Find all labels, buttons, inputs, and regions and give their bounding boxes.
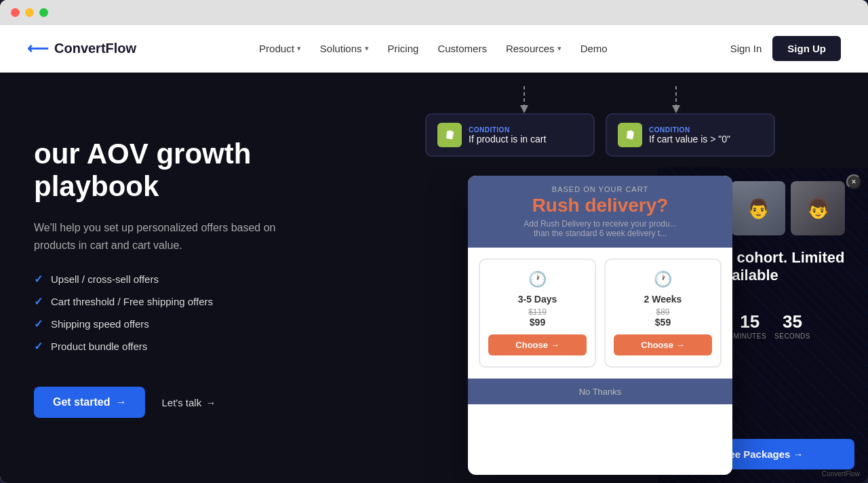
feature-item-1: ✓ Upsell / cross-sell offers [34, 273, 298, 286]
convertflow-brand-label: ConvertFlow [822, 470, 860, 478]
app-window: ⟵ ConvertFlow Product ▾ Solutions ▾ Pric… [0, 0, 868, 483]
feature-item-3: ✓ Shipping speed offers [34, 317, 298, 330]
check-icon: ✓ [34, 295, 43, 308]
logo[interactable]: ⟵ ConvertFlow [27, 40, 136, 58]
preview-card-header: BASED ON YOUR CART Rush delivery? Add Ru… [468, 176, 732, 248]
logo-text: ConvertFlow [54, 41, 136, 56]
preview-card: BASED ON YOUR CART Rush delivery? Add Ru… [468, 176, 732, 475]
option-card-2: 🕐 2 Weeks $89 $59 Choose → [604, 258, 722, 368]
countdown-minutes: 15 MINUTES [734, 311, 767, 340]
close-button[interactable]: × [846, 174, 861, 189]
avatar-2: 👨 [731, 181, 785, 235]
shopify-icon-1 [437, 123, 462, 147]
condition-box-1: CONDITION If product is in cart [425, 113, 595, 157]
clock-icon: 🕐 [488, 271, 587, 288]
nav-item-solutions[interactable]: Solutions ▾ [320, 43, 369, 54]
clock-icon: 🕐 [614, 271, 712, 288]
rush-delivery-subtitle: Add Rush Delivery to receive your produ.… [481, 219, 719, 238]
nav-item-pricing[interactable]: Pricing [388, 43, 419, 54]
right-panel: CONDITION If product is in cart CONDITIO… [332, 73, 868, 483]
arrow-right-icon: → [205, 397, 216, 408]
shopify-icon-2 [618, 123, 642, 147]
preview-footer: No Thanks [468, 379, 732, 404]
nav-auth: Sign In Sign Up [730, 36, 841, 61]
svg-marker-1 [520, 105, 528, 113]
arrow-down-right [608, 86, 744, 113]
condition-box-2: CONDITION If cart value is > "0" [606, 113, 775, 157]
close-traffic-light[interactable] [11, 8, 20, 17]
logo-icon: ⟵ [27, 40, 49, 58]
choose-button-2[interactable]: Choose → [614, 334, 712, 355]
window-chrome [0, 0, 868, 25]
cta-row: Get started → Let's talk → [34, 387, 298, 418]
navbar: ⟵ ConvertFlow Product ▾ Solutions ▾ Pric… [0, 25, 868, 73]
svg-marker-3 [672, 105, 680, 113]
condition-text-2: CONDITION If cart value is > "0" [649, 126, 730, 144]
nav-item-customers[interactable]: Customers [437, 43, 487, 54]
avatar-3: 👦 [791, 181, 845, 235]
rush-delivery-title: Rush delivery? [481, 195, 719, 216]
option-card-1: 🕐 3-5 Days $119 $99 Choose → [479, 258, 596, 368]
check-icon: ✓ [34, 317, 43, 330]
lets-talk-button[interactable]: Let's talk → [161, 397, 216, 408]
arrow-right-icon: → [115, 396, 126, 408]
hero-subtitle: We'll help you set up personalized offer… [34, 219, 298, 254]
chevron-down-icon: ▾ [365, 44, 369, 53]
choose-button-1[interactable]: Choose → [488, 334, 587, 355]
maximize-traffic-light[interactable] [39, 8, 48, 17]
nav-item-product[interactable]: Product ▾ [259, 43, 301, 54]
based-on-label: BASED ON YOUR CART [481, 185, 719, 193]
conditions-row: CONDITION If product is in cart CONDITIO… [425, 113, 775, 157]
get-started-button[interactable]: Get started → [34, 387, 145, 418]
chevron-down-icon: ▾ [297, 44, 301, 53]
minimize-traffic-light[interactable] [25, 8, 34, 17]
countdown-seconds: 35 SECONDS [774, 311, 810, 340]
hero-title: our AOV growth playbook [34, 138, 298, 204]
check-icon: ✓ [34, 340, 43, 353]
arrow-down-left [456, 86, 592, 113]
nav-links: Product ▾ Solutions ▾ Pricing Customers … [259, 43, 608, 54]
arrows-row [346, 86, 854, 113]
nav-item-resources[interactable]: Resources ▾ [506, 43, 561, 54]
main-content: our AOV growth playbook We'll help you s… [0, 73, 868, 483]
no-thanks-link[interactable]: No Thanks [579, 387, 622, 397]
feature-item-4: ✓ Product bundle offers [34, 340, 298, 353]
check-icon: ✓ [34, 273, 43, 286]
feature-list: ✓ Upsell / cross-sell offers ✓ Cart thre… [34, 273, 298, 362]
feature-item-2: ✓ Cart threshold / Free shipping offers [34, 295, 298, 308]
nav-item-demo[interactable]: Demo [580, 43, 608, 54]
signup-button[interactable]: Sign Up [772, 36, 841, 61]
condition-text-1: CONDITION If product is in cart [469, 126, 546, 144]
chevron-down-icon: ▾ [557, 44, 561, 53]
left-panel: our AOV growth playbook We'll help you s… [0, 73, 332, 483]
signin-button[interactable]: Sign In [730, 43, 762, 54]
preview-options: 🕐 3-5 Days $119 $99 Choose → 🕐 2 Weeks $… [468, 248, 732, 379]
